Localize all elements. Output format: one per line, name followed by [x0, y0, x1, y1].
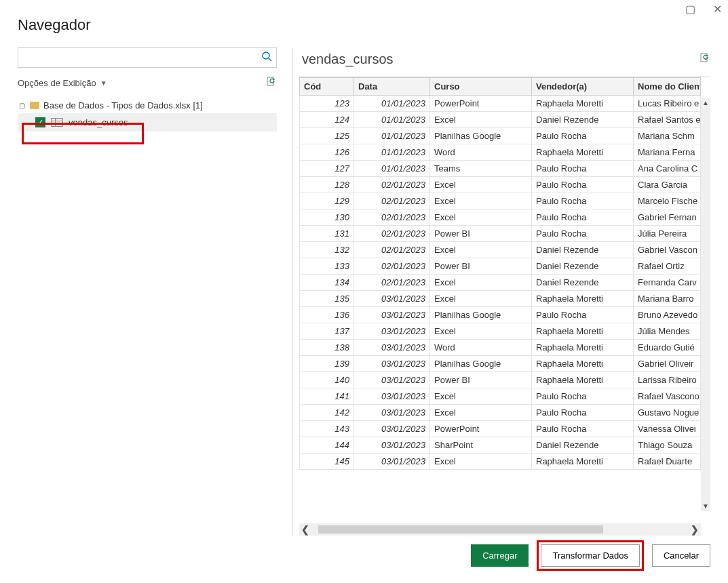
folder-icon: [30, 102, 39, 109]
table-row[interactable]: 13603/01/2023Planilhas GooglePaulo Rocha…: [300, 307, 701, 323]
cell-data: 03/01/2023: [354, 323, 430, 340]
cell-curso: Planilhas Google: [430, 128, 532, 144]
cell-vendedor: Paulo Rocha: [532, 177, 634, 193]
search-input[interactable]: [18, 48, 257, 67]
load-button[interactable]: Carregar: [471, 544, 529, 567]
table-row[interactable]: 14503/01/2023ExcelRaphaela MorettiRafael…: [300, 454, 701, 470]
scroll-down-icon[interactable]: ▼: [702, 502, 709, 510]
search-icon[interactable]: [257, 51, 276, 64]
table-row[interactable]: 13703/01/2023ExcelRaphaela MorettiJúlia …: [300, 323, 701, 340]
cell-cliente: Rafael Ortiz: [634, 258, 701, 275]
table-row[interactable]: 14303/01/2023PowerPointPaulo RochaVaness…: [300, 421, 701, 437]
col-header-cliente[interactable]: Nome do Cliente: [634, 78, 701, 96]
display-options-dropdown[interactable]: Opções de Exibição ▼: [18, 78, 107, 88]
scroll-up-icon[interactable]: ▲: [702, 99, 709, 106]
checkbox-checked-icon[interactable]: ✓: [35, 117, 45, 127]
table-row[interactable]: 12401/01/2023ExcelDaniel RezendeRafael S…: [300, 112, 701, 128]
table-row[interactable]: 13202/01/2023ExcelDaniel RezendeGabriel …: [300, 242, 701, 258]
cell-vendedor: Raphaela Moretti: [532, 356, 634, 372]
cell-data: 03/01/2023: [354, 421, 430, 437]
cell-cod: 140: [300, 372, 354, 388]
cell-vendedor: Daniel Rezende: [532, 437, 634, 454]
cell-cliente: Gabriel Fernan: [634, 209, 701, 226]
table-row[interactable]: 13503/01/2023ExcelRaphaela MorettiMarian…: [300, 291, 701, 307]
cell-data: 02/01/2023: [354, 177, 430, 193]
scroll-left-icon[interactable]: ❮: [299, 524, 311, 535]
cell-vendedor: Daniel Rezende: [532, 112, 634, 128]
cell-cliente: Larissa Ribeiro: [634, 372, 701, 388]
cell-cliente: Eduardo Gutié: [634, 340, 701, 356]
cell-cod: 129: [300, 193, 354, 209]
col-header-cod[interactable]: Cód: [300, 78, 354, 96]
cell-curso: Excel: [430, 209, 532, 226]
cell-data: 03/01/2023: [354, 291, 430, 307]
col-header-curso[interactable]: Curso: [430, 78, 532, 96]
tree-table-node[interactable]: ✓ vendas_cursos: [18, 113, 277, 132]
cell-cod: 142: [300, 405, 354, 421]
cell-cliente: Gabriel Vascon: [634, 242, 701, 258]
tree-file-node[interactable]: ▢ Base de Dados - Tipos de Dados.xlsx [1…: [18, 98, 277, 113]
cell-cliente: Gabriel Oliveir: [634, 356, 701, 372]
scroll-right-icon[interactable]: ❯: [689, 524, 701, 535]
cell-curso: Excel: [430, 388, 532, 405]
cell-data: 03/01/2023: [354, 372, 430, 388]
cell-cod: 132: [300, 242, 354, 258]
cell-cod: 137: [300, 323, 354, 340]
vertical-scrollbar[interactable]: ▲ ▼: [701, 98, 710, 511]
preview-refresh-icon[interactable]: [700, 53, 710, 66]
horizontal-scrollbar[interactable]: ❮ ❯: [299, 523, 701, 536]
cell-curso: Excel: [430, 242, 532, 258]
close-icon[interactable]: ✕: [710, 3, 724, 16]
table-row[interactable]: 13803/01/2023WordRaphaela MorettiEduardo…: [300, 340, 701, 356]
table-row[interactable]: 14003/01/2023Power BIRaphaela MorettiLar…: [300, 372, 701, 388]
table-row[interactable]: 13002/01/2023ExcelPaulo RochaGabriel Fer…: [300, 209, 701, 226]
table-row[interactable]: 12701/01/2023TeamsPaulo RochaAna Carolin…: [300, 161, 701, 177]
cell-vendedor: Paulo Rocha: [532, 307, 634, 323]
search-box[interactable]: [18, 47, 277, 68]
col-header-data[interactable]: Data: [354, 78, 430, 96]
cell-data: 03/01/2023: [354, 356, 430, 372]
table-row[interactable]: 12301/01/2023PowerPointRaphaela MorettiL…: [300, 96, 701, 112]
tree-table-label: vendas_cursos: [69, 117, 128, 127]
table-row[interactable]: 12601/01/2023WordRaphaela MorettiMariana…: [300, 144, 701, 161]
cell-curso: Excel: [430, 193, 532, 209]
cell-cod: 143: [300, 421, 354, 437]
chevron-down-icon: ▼: [100, 79, 107, 87]
refresh-icon[interactable]: [266, 77, 277, 89]
cell-cod: 131: [300, 226, 354, 242]
cell-vendedor: Raphaela Moretti: [532, 323, 634, 340]
table-row[interactable]: 13402/01/2023ExcelDaniel RezendeFernanda…: [300, 275, 701, 291]
col-header-vendedor[interactable]: Vendedor(a): [532, 78, 634, 96]
cell-cliente: Mariana Ferna: [634, 144, 701, 161]
table-row[interactable]: 14203/01/2023ExcelPaulo RochaGustavo Nog…: [300, 405, 701, 421]
table-row[interactable]: 14403/01/2023SharPointDaniel RezendeThia…: [300, 437, 701, 454]
cell-curso: Power BI: [430, 372, 532, 388]
scroll-thumb[interactable]: [318, 525, 603, 534]
cell-data: 02/01/2023: [354, 193, 430, 209]
transform-data-button[interactable]: Transformar Dados: [541, 544, 640, 567]
cell-curso: SharPoint: [430, 437, 532, 454]
table-row[interactable]: 12501/01/2023Planilhas GooglePaulo Rocha…: [300, 128, 701, 144]
cell-curso: Excel: [430, 275, 532, 291]
cell-cod: 144: [300, 437, 354, 454]
table-row[interactable]: 13302/01/2023Power BIDaniel RezendeRafae…: [300, 258, 701, 275]
svg-line-1: [269, 58, 271, 61]
table-row[interactable]: 12902/01/2023ExcelPaulo RochaMarcelo Fis…: [300, 193, 701, 209]
cell-cod: 130: [300, 209, 354, 226]
table-row[interactable]: 14103/01/2023ExcelPaulo RochaRafael Vasc…: [300, 388, 701, 405]
table-row[interactable]: 13903/01/2023Planilhas GoogleRaphaela Mo…: [300, 356, 701, 372]
cell-cliente: Rafael Santos e: [634, 112, 701, 128]
cell-cod: 123: [300, 96, 354, 112]
cell-data: 03/01/2023: [354, 437, 430, 454]
cancel-button[interactable]: Cancelar: [652, 544, 710, 567]
table-row[interactable]: 13102/01/2023Power BIPaulo RochaJúlia Pe…: [300, 226, 701, 242]
table-row[interactable]: 12802/01/2023ExcelPaulo RochaClara Garci…: [300, 177, 701, 193]
cell-cod: 126: [300, 144, 354, 161]
highlight-annotation: Transformar Dados: [537, 540, 644, 571]
cell-cliente: Vanessa Olivei: [634, 421, 701, 437]
cell-curso: PowerPoint: [430, 96, 532, 112]
cell-vendedor: Raphaela Moretti: [532, 372, 634, 388]
minimize-icon[interactable]: ▢: [683, 3, 697, 16]
cell-vendedor: Paulo Rocha: [532, 388, 634, 405]
cell-curso: Excel: [430, 112, 532, 128]
